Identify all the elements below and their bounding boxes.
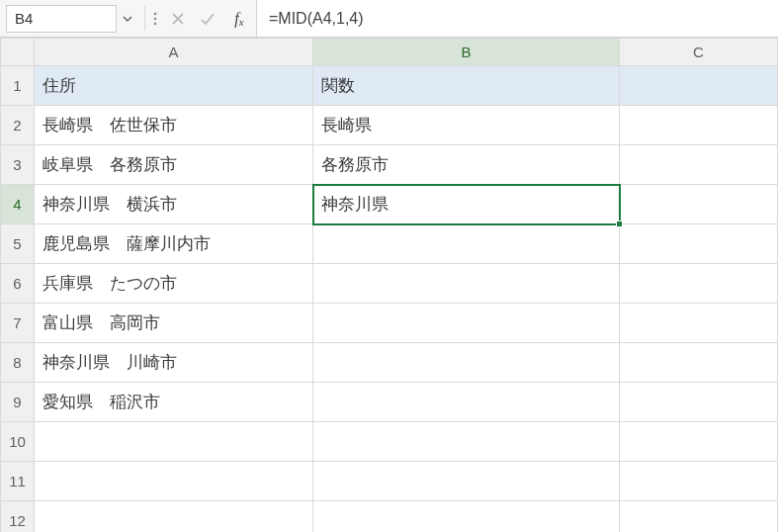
row-header[interactable]: 4: [1, 185, 35, 224]
formula-text: =MID(A4,1,4): [269, 10, 364, 28]
cell-A4[interactable]: 神奈川県 横浜市: [35, 185, 313, 224]
col-header-A[interactable]: A: [35, 39, 313, 66]
separator: [144, 6, 145, 31]
cell-B11[interactable]: [313, 462, 620, 501]
svg-point-0: [154, 12, 157, 15]
cancel-x-icon: [171, 12, 185, 26]
formula-input[interactable]: =MID(A4,1,4): [256, 0, 778, 37]
cell-C1[interactable]: [620, 66, 778, 106]
cell-A5[interactable]: 鹿児島県 薩摩川内市: [35, 224, 313, 264]
spreadsheet-grid: A B C 1住所関数2長崎県 佐世保市長崎県3岐阜県 各務原市各務原市4神奈川…: [0, 38, 778, 532]
cell-A8[interactable]: 神奈川県 川崎市: [35, 343, 313, 383]
name-box-value: B4: [15, 10, 33, 27]
row-header[interactable]: 9: [1, 383, 35, 422]
row-header[interactable]: 6: [1, 264, 35, 304]
row-header[interactable]: 11: [1, 462, 35, 501]
cell-B12[interactable]: [313, 501, 620, 533]
cell-C10[interactable]: [620, 422, 778, 462]
table-row: 7富山県 高岡市: [1, 304, 778, 343]
table-row: 2長崎県 佐世保市長崎県: [1, 106, 778, 145]
cell-B10[interactable]: [313, 422, 620, 462]
table-row: 1住所関数: [1, 66, 778, 106]
cell-A10[interactable]: [35, 422, 313, 462]
cell-C9[interactable]: [620, 383, 778, 422]
grid-table: A B C 1住所関数2長崎県 佐世保市長崎県3岐阜県 各務原市各務原市4神奈川…: [0, 38, 778, 532]
enter-check-icon: [200, 12, 216, 26]
table-row: 8神奈川県 川崎市: [1, 343, 778, 383]
row-header[interactable]: 10: [1, 422, 35, 462]
row-header[interactable]: 3: [1, 145, 35, 185]
excel-window: B4 fx =MID(A4,1,4): [0, 0, 778, 532]
svg-point-1: [154, 17, 157, 20]
row-header[interactable]: 1: [1, 66, 35, 106]
row-header[interactable]: 2: [1, 106, 35, 145]
table-row: 6兵庫県 たつの市: [1, 264, 778, 304]
cell-C11[interactable]: [620, 462, 778, 501]
drag-dots-icon: [147, 0, 163, 37]
cell-C2[interactable]: [620, 106, 778, 145]
table-row: 4神奈川県 横浜市神奈川県: [1, 185, 778, 224]
cell-A9[interactable]: 愛知県 稲沢市: [35, 383, 313, 422]
row-header[interactable]: 8: [1, 343, 35, 383]
column-header-row: A B C: [1, 39, 778, 66]
table-row: 9愛知県 稲沢市: [1, 383, 778, 422]
cell-C12[interactable]: [620, 501, 778, 533]
insert-function-button[interactable]: fx: [222, 0, 256, 37]
cell-C4[interactable]: [620, 185, 778, 224]
cell-B8[interactable]: [313, 343, 620, 383]
row-header[interactable]: 5: [1, 224, 35, 264]
table-row: 3岐阜県 各務原市各務原市: [1, 145, 778, 185]
row-header[interactable]: 12: [1, 501, 35, 533]
table-row: 5鹿児島県 薩摩川内市: [1, 224, 778, 264]
cell-C7[interactable]: [620, 304, 778, 343]
cell-C6[interactable]: [620, 264, 778, 304]
svg-point-2: [154, 22, 157, 25]
fill-handle[interactable]: [616, 221, 623, 227]
name-box-dropdown[interactable]: [117, 5, 138, 33]
cell-C5[interactable]: [620, 224, 778, 264]
cell-A7[interactable]: 富山県 高岡市: [35, 304, 313, 343]
cell-A12[interactable]: [35, 501, 313, 533]
row-header[interactable]: 7: [1, 304, 35, 343]
cell-B7[interactable]: [313, 304, 620, 343]
name-box[interactable]: B4: [6, 5, 117, 33]
cell-C8[interactable]: [620, 343, 778, 383]
table-row: 10: [1, 422, 778, 462]
col-header-B[interactable]: B: [313, 39, 620, 66]
cell-B4[interactable]: 神奈川県: [313, 185, 620, 224]
chevron-down-icon: [122, 13, 133, 25]
cell-B3[interactable]: 各務原市: [313, 145, 620, 185]
cell-B6[interactable]: [313, 264, 620, 304]
cell-B1[interactable]: 関数: [313, 66, 620, 106]
cancel-button[interactable]: [163, 0, 193, 37]
cell-B9[interactable]: [313, 383, 620, 422]
table-row: 11: [1, 462, 778, 501]
cell-A3[interactable]: 岐阜県 各務原市: [35, 145, 313, 185]
cell-B2[interactable]: 長崎県: [313, 106, 620, 145]
cell-A1[interactable]: 住所: [35, 66, 313, 106]
cell-C3[interactable]: [620, 145, 778, 185]
cell-B5[interactable]: [313, 224, 620, 264]
formula-bar: B4 fx =MID(A4,1,4): [0, 0, 778, 38]
col-header-C[interactable]: C: [620, 39, 778, 66]
namebox-container: B4: [0, 0, 142, 37]
cell-A6[interactable]: 兵庫県 たつの市: [35, 264, 313, 304]
enter-button[interactable]: [193, 0, 222, 37]
select-all-corner[interactable]: [1, 39, 35, 66]
cell-A2[interactable]: 長崎県 佐世保市: [35, 106, 313, 145]
table-row: 12: [1, 501, 778, 533]
cell-A11[interactable]: [35, 462, 313, 501]
